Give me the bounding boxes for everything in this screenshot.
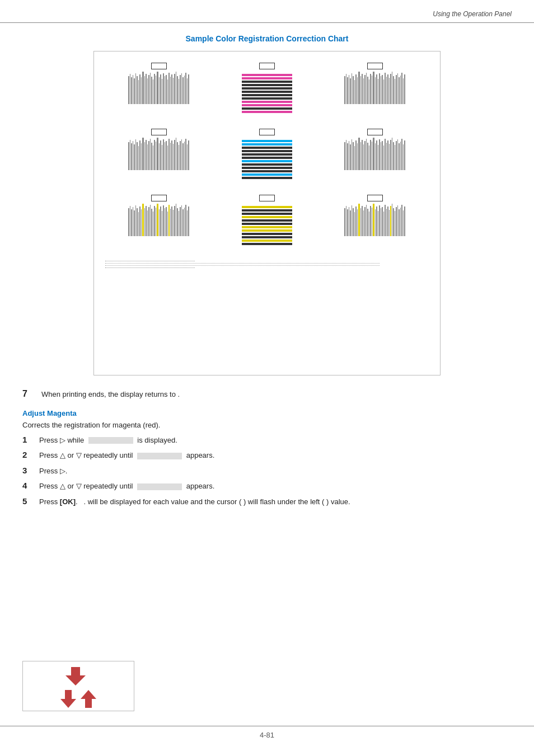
color-line [242, 111, 292, 113]
svg-rect-87 [130, 140, 130, 170]
chart-col-left-1 [114, 63, 204, 104]
svg-rect-161 [390, 140, 391, 170]
color-line [242, 229, 292, 232]
svg-rect-27 [167, 79, 168, 104]
svg-rect-110 [163, 139, 164, 170]
svg-rect-90 [134, 144, 135, 170]
color-line [242, 219, 292, 222]
barcode-left-2 [128, 138, 190, 170]
svg-rect-151 [376, 140, 377, 170]
svg-rect-105 [156, 142, 156, 170]
svg-rect-141 [362, 140, 363, 170]
svg-rect-74 [389, 78, 390, 104]
color-line [242, 84, 292, 86]
svg-rect-96 [142, 138, 144, 170]
svg-rect-55 [362, 74, 363, 104]
svg-rect-159 [387, 140, 388, 170]
symbol-triangle-down-2: ▽ [76, 451, 84, 459]
chart-box [93, 51, 441, 375]
symbol-triangle-up-2: △ [60, 451, 68, 459]
color-line [242, 74, 292, 76]
svg-rect-12 [146, 74, 147, 104]
color-line [242, 177, 292, 179]
svg-rect-147 [370, 140, 371, 170]
color-line [242, 163, 292, 166]
step-2-row: 2 Press △ or ▽ repeatedly until appears. [22, 450, 512, 461]
svg-rect-244 [382, 207, 383, 236]
svg-rect-68 [381, 76, 381, 104]
svg-rect-162 [392, 138, 392, 170]
step-5-num: 5 [22, 496, 34, 506]
dotted-line [105, 265, 380, 266]
color-line [242, 240, 292, 242]
step-4-row: 4 Press △ or ▽ repeatedly until appears. [22, 481, 512, 492]
step-5-row: 5 Press [OK]. . will be displayed for ea… [22, 496, 512, 508]
svg-rect-180 [139, 206, 140, 236]
svg-rect-33 [176, 72, 176, 104]
svg-rect-63 [373, 72, 374, 104]
header-text: Using the Operation Panel [433, 10, 512, 18]
svg-rect-160 [389, 144, 390, 170]
svg-rect-208 [180, 207, 181, 236]
svg-rect-133 [350, 144, 351, 170]
svg-rect-44 [346, 74, 346, 104]
svg-rect-57 [364, 75, 366, 104]
svg-rect-67 [379, 73, 380, 104]
svg-rect-139 [358, 138, 360, 170]
svg-rect-234 [367, 209, 368, 236]
svg-rect-207 [179, 211, 179, 236]
step-4-text: Press △ or ▽ repeatedly until appears. [39, 481, 214, 492]
svg-rect-173 [130, 206, 130, 236]
svg-rect-97 [144, 142, 145, 170]
svg-rect-49 [353, 76, 354, 104]
svg-rect-222 [350, 210, 351, 236]
svg-marker-264 [65, 667, 86, 685]
svg-rect-14 [148, 75, 149, 104]
chart-col-center-2 [222, 129, 312, 179]
svg-rect-245 [383, 212, 384, 236]
svg-rect-163 [393, 142, 394, 170]
page-number: 4-81 [260, 731, 274, 739]
svg-rect-262 [373, 204, 374, 236]
chart-col-center-1 [222, 63, 312, 113]
svg-rect-11 [144, 76, 145, 104]
svg-rect-26 [166, 75, 167, 104]
svg-rect-128 [188, 140, 189, 170]
svg-rect-261 [358, 204, 360, 236]
symbol-right-arrow-3: ▷ [60, 467, 65, 475]
dotted-line [105, 261, 195, 261]
svg-rect-177 [135, 205, 136, 236]
step-1-row: 1 Press ▷ while is displayed. [22, 435, 512, 446]
placeholder-display-1 [88, 437, 133, 444]
svg-rect-92 [137, 142, 138, 170]
color-line [242, 153, 292, 156]
svg-rect-251 [392, 204, 392, 236]
svg-marker-265 [60, 690, 76, 708]
svg-rect-158 [386, 143, 387, 170]
color-line [242, 140, 292, 142]
svg-rect-204 [174, 206, 175, 236]
svg-rect-108 [160, 140, 161, 170]
svg-rect-221 [349, 207, 349, 236]
svg-rect-191 [156, 208, 156, 236]
svg-rect-215 [142, 204, 144, 236]
svg-rect-42 [188, 74, 189, 104]
color-line [242, 173, 292, 176]
svg-rect-253 [395, 211, 395, 236]
svg-rect-170 [403, 144, 404, 170]
svg-rect-150 [375, 143, 376, 170]
dotted-line [105, 263, 380, 264]
svg-rect-79 [396, 75, 397, 104]
svg-rect-84 [403, 78, 404, 104]
svg-rect-236 [370, 206, 371, 236]
svg-rect-148 [372, 142, 372, 170]
svg-rect-211 [184, 208, 185, 236]
svg-rect-146 [369, 145, 369, 170]
svg-rect-174 [131, 209, 132, 236]
svg-rect-60 [369, 79, 369, 104]
barcode-left-1 [128, 72, 190, 104]
svg-rect-232 [364, 207, 366, 236]
svg-rect-216 [157, 204, 158, 236]
svg-rect-125 [184, 142, 185, 170]
svg-rect-197 [165, 208, 165, 236]
